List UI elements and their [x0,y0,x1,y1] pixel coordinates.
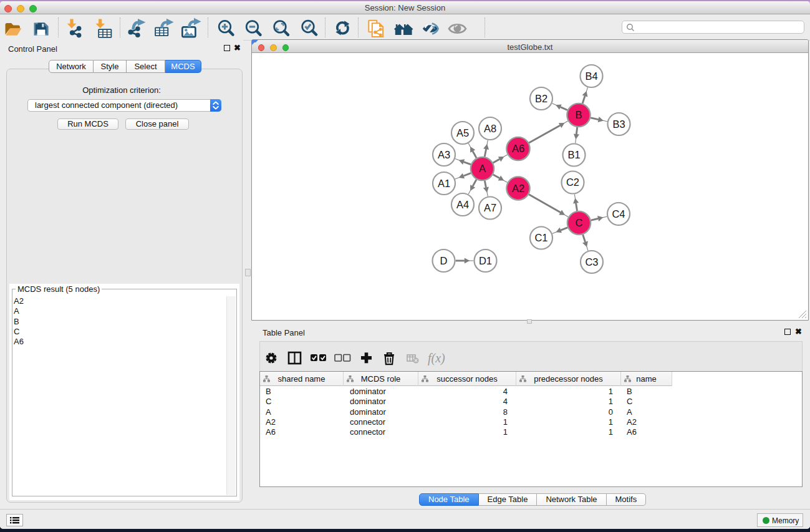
svg-text:C4: C4 [612,208,625,220]
svg-text:A2: A2 [512,183,524,194]
svg-text:C2: C2 [566,177,579,188]
svg-text:B3: B3 [612,118,625,130]
svg-text:C1: C1 [534,232,547,243]
svg-text:D1: D1 [479,255,492,266]
svg-text:A3: A3 [438,149,450,160]
svg-text:C: C [576,217,583,228]
svg-text:B1: B1 [567,149,580,160]
svg-text:A1: A1 [438,178,450,189]
svg-text:A8: A8 [484,123,496,134]
svg-text:A7: A7 [484,202,496,213]
svg-text:A: A [479,163,486,174]
svg-text:B: B [575,109,582,120]
svg-text:A5: A5 [456,127,469,138]
svg-text:B2: B2 [535,93,547,104]
svg-text:A6: A6 [512,143,524,154]
svg-text:C3: C3 [585,256,598,268]
svg-text:D: D [440,255,448,266]
svg-text:A4: A4 [456,199,469,210]
svg-text:f(x): f(x) [428,351,445,365]
svg-text:B4: B4 [585,70,597,82]
